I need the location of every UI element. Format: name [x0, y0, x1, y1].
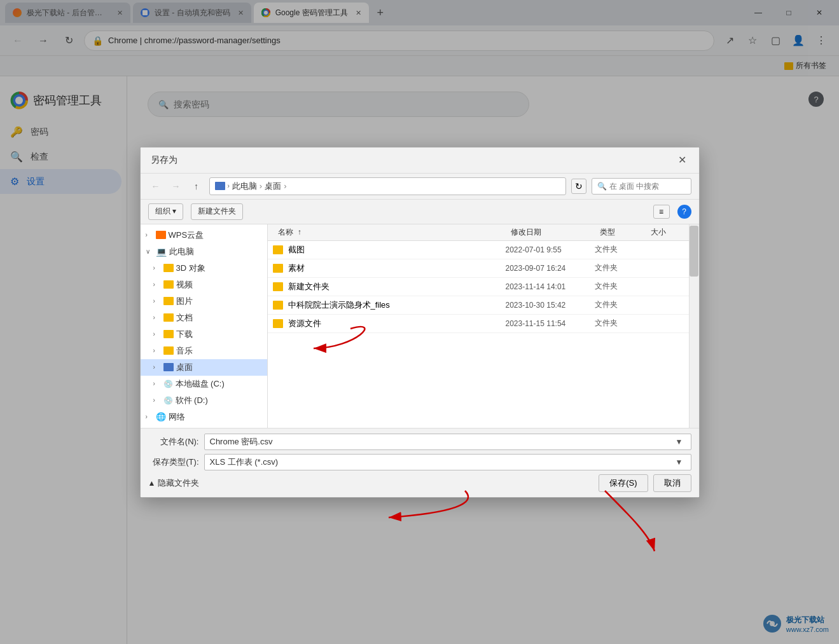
soft-d-expand: › — [153, 397, 161, 404]
pictures-expand: › — [153, 298, 161, 305]
network-icon: 🌐 — [156, 412, 166, 421]
tree-desktop-label: 桌面 — [176, 362, 193, 373]
music-folder-icon — [163, 346, 174, 355]
local-c-expand: › — [153, 380, 161, 387]
dialog-title: 另存为 — [151, 154, 177, 166]
new-folder-button[interactable]: 新建文件夹 — [191, 203, 243, 220]
3d-folder-icon — [163, 264, 174, 272]
dialog-overlay: 另存为 ✕ ← → ↑ › 此电脑 › 桌面 › ↻ 🔍 — [0, 0, 839, 644]
filetype-dropdown[interactable]: ▼ — [673, 458, 686, 467]
breadcrumb-arrow: › — [228, 182, 230, 189]
dialog-search-input[interactable] — [609, 182, 686, 191]
file-name: 新建文件夹 — [288, 281, 506, 292]
file-type: 文件夹 — [595, 281, 646, 292]
dialog-titlebar: 另存为 ✕ — [141, 147, 699, 174]
tree-item-local-c[interactable]: › 💿 本地磁盘 (C:) — [141, 376, 267, 392]
breadcrumb-desktop: 桌面 — [265, 181, 281, 192]
file-rows: 截图 2022-07-01 9:55 文件夹 素材 2023-09-07 16:… — [268, 241, 689, 428]
file-type: 文件夹 — [595, 318, 646, 329]
tree-item-soft-d[interactable]: › 💿 软件 (D:) — [141, 392, 267, 409]
pc-icon: 💻 — [156, 247, 167, 257]
dialog-help-button[interactable]: ? — [677, 205, 691, 219]
pictures-folder-icon — [163, 297, 174, 305]
tree-item-video[interactable]: › 视频 — [141, 277, 267, 293]
filename-value: Chrome 密码.csv — [210, 436, 673, 448]
tree-docs-label: 文档 — [176, 312, 193, 324]
col-date[interactable]: 修改日期 — [506, 227, 595, 238]
wps-expand: › — [146, 231, 153, 238]
file-row[interactable]: 资源文件 2023-11-15 11:54 文件夹 — [268, 315, 689, 333]
tree-soft-d-label: 软件 (D:) — [176, 395, 208, 406]
tree-item-3d[interactable]: › 3D 对象 — [141, 260, 267, 277]
filetype-value: XLS 工作表 (*.csv) — [210, 456, 673, 468]
tree-item-wps[interactable]: › WPS云盘 — [141, 227, 267, 243]
scrollbar-thumb[interactable] — [690, 226, 698, 277]
footer-buttons: 保存(S) 取消 — [599, 474, 691, 492]
scrollbar[interactable] — [689, 224, 699, 428]
tree-item-downloads[interactable]: › 下载 — [141, 326, 267, 343]
hide-folders-toggle[interactable]: ▲ 隐藏文件夹 — [148, 477, 200, 489]
music-expand: › — [153, 347, 161, 354]
tree-item-pc[interactable]: ∨ 💻 此电脑 — [141, 243, 267, 260]
filename-label: 文件名(N): — [148, 436, 199, 448]
tree-downloads-label: 下载 — [176, 329, 193, 340]
filetype-row: 保存类型(T): XLS 工作表 (*.csv) ▼ — [148, 454, 691, 470]
file-row[interactable]: 截图 2022-07-01 9:55 文件夹 — [268, 241, 689, 259]
breadcrumb[interactable]: › 此电脑 › 桌面 › — [209, 177, 566, 195]
dialog-search-box[interactable]: 🔍 — [592, 178, 691, 195]
file-date: 2023-11-15 11:54 — [506, 319, 595, 328]
hide-folders-label: 隐藏文件夹 — [158, 477, 199, 489]
col-type[interactable]: 类型 — [595, 227, 646, 238]
dialog-actions-bar: 组织 ▾ 新建文件夹 ≡ ? — [141, 200, 699, 224]
organize-button[interactable]: 组织 ▾ — [148, 203, 183, 220]
filetype-label: 保存类型(T): — [148, 456, 199, 468]
save-button[interactable]: 保存(S) — [599, 474, 648, 492]
tree-network-label: 网络 — [169, 411, 185, 423]
dialog-refresh-button[interactable]: ↻ — [571, 179, 586, 194]
col-name-sort: ↑ — [298, 228, 302, 236]
dialog-back-button[interactable]: ← — [148, 179, 163, 194]
downloads-expand: › — [153, 331, 161, 338]
folder-icon — [273, 301, 283, 310]
cancel-button[interactable]: 取消 — [653, 474, 691, 492]
file-row[interactable]: 新建文件夹 2023-11-14 14:01 文件夹 — [268, 278, 689, 296]
dialog-body: › WPS云盘 ∨ 💻 此电脑 › 3D 对象 › — [141, 224, 699, 428]
tree-pictures-label: 图片 — [176, 296, 193, 307]
file-name: 资源文件 — [288, 318, 506, 329]
folder-tree: › WPS云盘 ∨ 💻 此电脑 › 3D 对象 › — [141, 224, 268, 428]
dialog-toolbar: ← → ↑ › 此电脑 › 桌面 › ↻ 🔍 — [141, 174, 699, 200]
col-name[interactable]: 名称 ↑ — [273, 227, 506, 238]
file-type: 文件夹 — [595, 299, 646, 310]
folder-icon — [273, 264, 283, 273]
dialog-close-button[interactable]: ✕ — [676, 154, 689, 167]
file-name: 截图 — [288, 244, 506, 256]
tree-item-desktop[interactable]: › 桌面 — [141, 359, 267, 376]
wps-folder-icon — [156, 231, 166, 239]
tree-item-network[interactable]: › 🌐 网络 — [141, 409, 267, 425]
downloads-folder-icon — [163, 330, 174, 338]
desktop-folder-icon — [163, 363, 174, 371]
filename-input[interactable]: Chrome 密码.csv ▼ — [204, 434, 691, 450]
file-row[interactable]: 中科院院士演示隐身术_files 2023-10-30 15:42 文件夹 — [268, 296, 689, 315]
filename-dropdown[interactable]: ▼ — [673, 437, 686, 446]
tree-item-music[interactable]: › 音乐 — [141, 343, 267, 359]
dialog-forward-button[interactable]: → — [169, 179, 184, 194]
view-button[interactable]: ≡ — [653, 205, 670, 219]
dialog-up-button[interactable]: ↑ — [189, 179, 204, 194]
file-row[interactable]: 素材 2023-09-07 16:24 文件夹 — [268, 259, 689, 278]
filename-row: 文件名(N): Chrome 密码.csv ▼ — [148, 434, 691, 450]
hide-arrow-icon: ▲ — [148, 479, 156, 488]
desktop-expand: › — [153, 364, 161, 371]
tree-item-pictures[interactable]: › 图片 — [141, 293, 267, 310]
tree-3d-label: 3D 对象 — [176, 263, 205, 274]
file-date: 2023-10-30 15:42 — [506, 301, 595, 310]
filetype-input[interactable]: XLS 工作表 (*.csv) ▼ — [204, 454, 691, 470]
soft-d-icon: 💿 — [163, 396, 173, 405]
tree-item-docs[interactable]: › 文档 — [141, 310, 267, 326]
folder-icon — [273, 282, 283, 291]
tree-wps-label: WPS云盘 — [169, 230, 204, 241]
file-name: 素材 — [288, 263, 506, 274]
file-list-header: 名称 ↑ 修改日期 类型 大小 — [268, 224, 689, 241]
tree-local-c-label: 本地磁盘 (C:) — [176, 378, 225, 390]
col-size[interactable]: 大小 — [646, 227, 684, 238]
